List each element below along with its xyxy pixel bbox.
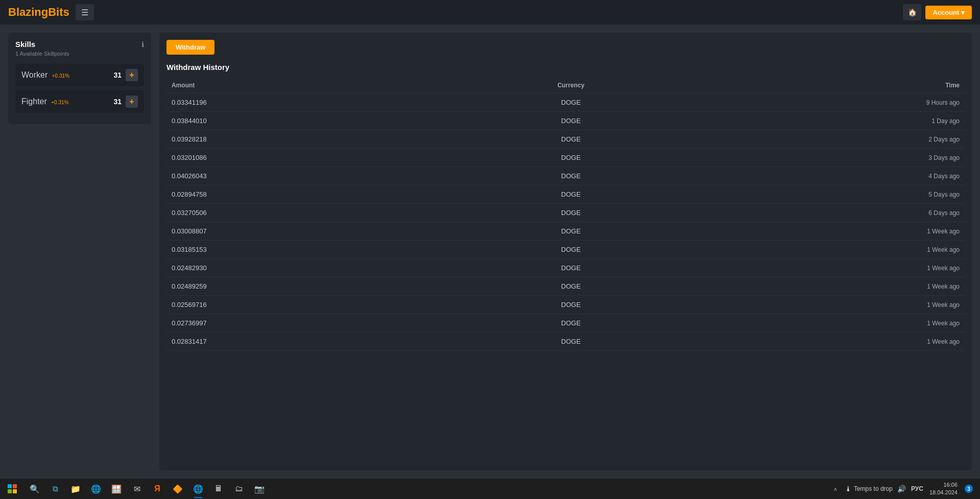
taskbar: 🔍 ⧉ 📁 🌐 🪟 ✉ Я 🔶 🌐 🖩 🗂 📷 ∧ 🌡 Temps to dro… (0, 479, 980, 499)
chrome-icon: 🌐 (193, 484, 203, 494)
table-row: 0.03201086 DOGE 3 Days ago (166, 149, 965, 167)
table-row: 0.04026043 DOGE 4 Days ago (166, 167, 965, 185)
cell-currency: DOGE (453, 149, 688, 167)
taskbar-edge-button[interactable]: 🌐 (86, 479, 106, 499)
taskbar-start-button[interactable] (0, 479, 25, 499)
language-button[interactable]: РУС (909, 485, 925, 492)
cell-time: 6 Days ago (688, 204, 965, 222)
skill-label-fighter: Fighter (21, 97, 47, 106)
cell-currency: DOGE (453, 185, 688, 204)
taskbar-taskview-button[interactable]: ⧉ (45, 479, 65, 499)
cell-currency: DOGE (453, 241, 688, 259)
cell-time: 4 Days ago (688, 167, 965, 185)
skills-panel: Skills ℹ 1 Available Skillpoints Worker … (8, 33, 151, 124)
table-row: 0.02482930 DOGE 1 Week ago (166, 259, 965, 277)
taskview-icon: ⧉ (53, 484, 58, 493)
temps-label: Temps to drop (854, 485, 893, 492)
table-row: 0.02489259 DOGE 1 Week ago (166, 277, 965, 296)
table-body: 0.03341196 DOGE 9 Hours ago 0.03844010 D… (166, 93, 965, 351)
withdraw-button[interactable]: Withdraw (166, 40, 214, 55)
temps-to-drop[interactable]: 🌡 Temps to drop (843, 485, 895, 493)
table-row: 0.02736997 DOGE 1 Week ago (166, 314, 965, 332)
cell-currency: DOGE (453, 277, 688, 296)
browser2-icon: 🔶 (173, 484, 183, 494)
thermometer-icon: 🌡 (845, 485, 852, 493)
col-time: Time (688, 78, 965, 93)
taskbar-time: 16:06 (943, 481, 958, 489)
cell-amount: 0.03201086 (166, 149, 453, 167)
table-row: 0.02894758 DOGE 5 Days ago (166, 185, 965, 204)
navbar-left: BlazingBits ☰ (8, 4, 94, 20)
taskbar-app13-button[interactable]: 📷 (249, 479, 270, 499)
table-row: 0.03270506 DOGE 6 Days ago (166, 204, 965, 222)
skill-name-worker: Worker +0.31% (21, 70, 69, 80)
taskbar-browser2-button[interactable]: 🔶 (168, 479, 188, 499)
skill-right-worker: 31 + (113, 69, 138, 81)
app13-icon: 📷 (254, 484, 265, 494)
cell-time: 1 Day ago (688, 112, 965, 130)
cell-amount: 0.02569716 (166, 296, 453, 314)
home-button[interactable]: 🏠 (903, 4, 921, 20)
skill-plus-fighter[interactable]: + (126, 96, 138, 108)
navbar: BlazingBits ☰ 🏠 Account ▾ (0, 0, 980, 25)
cell-time: 2 Days ago (688, 130, 965, 149)
tray-chevron[interactable]: ∧ (830, 484, 841, 494)
cell-amount: 0.02489259 (166, 277, 453, 296)
taskbar-date: 18.04.2024 (929, 489, 958, 496)
skill-row-worker: Worker +0.31% 31 + (15, 64, 144, 86)
taskbar-store-button[interactable]: 🪟 (106, 479, 127, 499)
cell-time: 1 Week ago (688, 222, 965, 241)
skill-name-fighter: Fighter +0.31% (21, 97, 68, 106)
taskbar-mail-button[interactable]: ✉ (127, 479, 147, 499)
account-button[interactable]: Account ▾ (925, 6, 972, 19)
taskbar-yandex-button[interactable]: Я (147, 479, 168, 499)
skill-plus-worker[interactable]: + (126, 69, 138, 81)
col-amount: Amount (166, 78, 453, 93)
table-header: Amount Currency Time (166, 78, 965, 93)
taskbar-chrome-button[interactable]: 🌐 (188, 479, 208, 499)
cell-amount: 0.02482930 (166, 259, 453, 277)
search-icon: 🔍 (30, 484, 40, 494)
cell-currency: DOGE (453, 93, 688, 112)
table-row: 0.02831417 DOGE 1 Week ago (166, 332, 965, 351)
main-content: Skills ℹ 1 Available Skillpoints Worker … (0, 25, 980, 479)
cell-amount: 0.03844010 (166, 112, 453, 130)
cell-currency: DOGE (453, 112, 688, 130)
taskbar-fileexplorer-button[interactable]: 📁 (65, 479, 86, 499)
skills-header: Skills ℹ (15, 40, 144, 49)
table-row: 0.03008807 DOGE 1 Week ago (166, 222, 965, 241)
store-icon: 🪟 (111, 484, 122, 494)
edge-icon: 🌐 (91, 484, 101, 494)
cell-time: 1 Week ago (688, 332, 965, 351)
withdraw-history-table: Amount Currency Time 0.03341196 DOGE 9 H… (166, 78, 965, 351)
hamburger-button[interactable]: ☰ (76, 4, 94, 20)
cell-time: 1 Week ago (688, 296, 965, 314)
cell-time: 3 Days ago (688, 149, 965, 167)
withdraw-table-scroll[interactable]: Amount Currency Time 0.03341196 DOGE 9 H… (166, 78, 965, 463)
info-icon[interactable]: ℹ (141, 40, 144, 49)
notification-badge: 3 (965, 485, 973, 493)
taskbar-search-button[interactable]: 🔍 (25, 479, 45, 499)
skill-value-fighter: 31 (113, 98, 122, 106)
notification-button[interactable]: 3 (962, 479, 976, 499)
skills-subtitle: 1 Available Skillpoints (15, 51, 144, 57)
logo: BlazingBits (8, 6, 69, 19)
cell-time: 1 Week ago (688, 277, 965, 296)
col-currency: Currency (453, 78, 688, 93)
cell-currency: DOGE (453, 314, 688, 332)
taskbar-app12-button[interactable]: 🗂 (229, 479, 249, 499)
taskbar-calculator-button[interactable]: 🖩 (208, 479, 229, 499)
speaker-icon[interactable]: 🔊 (897, 484, 907, 494)
skills-title: Skills (15, 40, 35, 49)
cell-time: 1 Week ago (688, 314, 965, 332)
app12-icon: 🗂 (235, 484, 243, 493)
cell-amount: 0.02736997 (166, 314, 453, 332)
skill-row-fighter: Fighter +0.31% 31 + (15, 90, 144, 113)
withdraw-panel: Withdraw Withdraw History Amount Currenc… (159, 33, 972, 470)
table-row: 0.03341196 DOGE 9 Hours ago (166, 93, 965, 112)
cell-time: 1 Week ago (688, 241, 965, 259)
cell-currency: DOGE (453, 259, 688, 277)
table-row: 0.03928218 DOGE 2 Days ago (166, 130, 965, 149)
table-row: 0.03844010 DOGE 1 Day ago (166, 112, 965, 130)
taskbar-datetime[interactable]: 16:06 18.04.2024 (927, 481, 960, 497)
